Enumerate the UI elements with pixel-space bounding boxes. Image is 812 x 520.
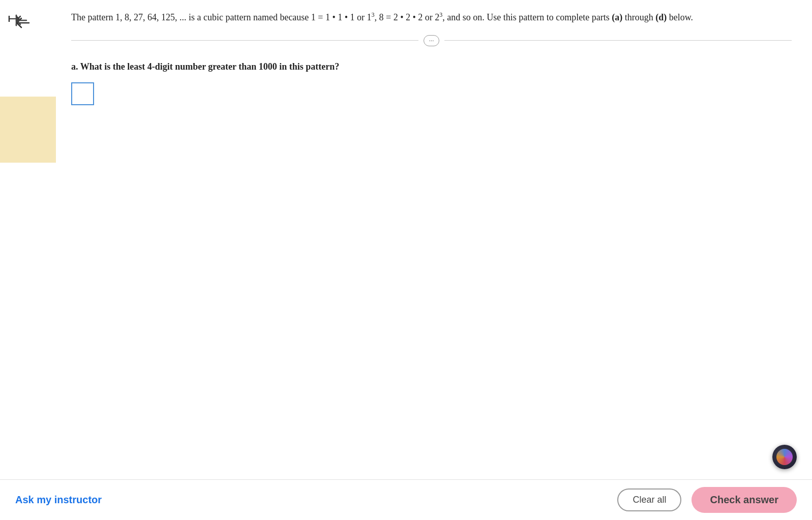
clear-all-button[interactable]: Clear all bbox=[617, 488, 681, 511]
footer-actions: Clear all Check answer bbox=[617, 487, 797, 513]
check-answer-button[interactable]: Check answer bbox=[691, 487, 797, 513]
divider-dots: ··· bbox=[424, 35, 440, 46]
problem-intro: The pattern 1, 8, 27, 64, 125, ... is a … bbox=[71, 10, 792, 25]
question-a-text: a. What is the least 4-digit number grea… bbox=[71, 62, 792, 72]
divider-line-right bbox=[444, 40, 792, 41]
assistant-icon[interactable] bbox=[772, 445, 797, 469]
siri-visual bbox=[776, 449, 793, 465]
main-content: The pattern 1, 8, 27, 64, 125, ... is a … bbox=[56, 0, 812, 479]
divider: ··· bbox=[71, 35, 792, 46]
question-a-label: a. bbox=[71, 62, 78, 72]
sidebar-accent bbox=[0, 97, 56, 163]
question-a-body: What is the least 4-digit number greater… bbox=[80, 62, 340, 72]
answer-input-box[interactable] bbox=[71, 82, 94, 105]
ask-instructor-button[interactable]: Ask my instructor bbox=[15, 494, 102, 506]
back-button[interactable] bbox=[6, 8, 37, 33]
divider-line-left bbox=[71, 40, 418, 41]
footer-bar: Ask my instructor Clear all Check answer bbox=[0, 479, 812, 520]
